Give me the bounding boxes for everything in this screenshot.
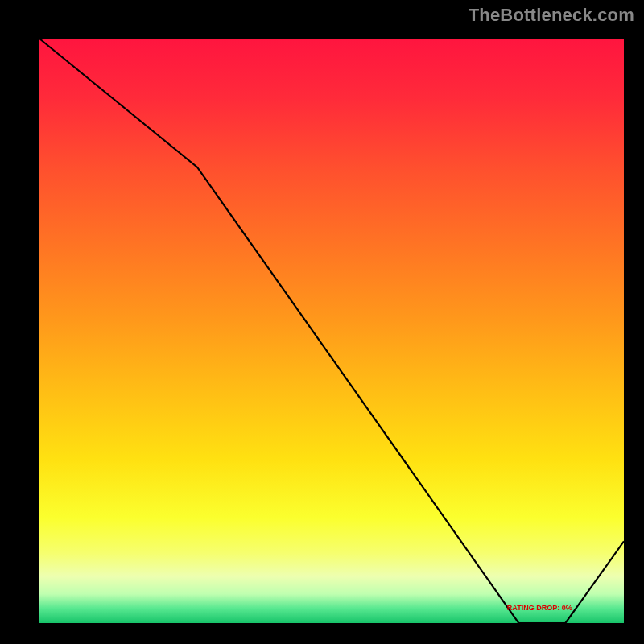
chart-frame: TheBottleneck.com RATING DROP: 0% [0,0,644,644]
legend-label: RATING DROP: 0% [507,604,572,612]
plot-gradient [0,0,644,644]
axis-border-bottom [28,623,635,634]
axis-border-right [624,27,635,634]
svg-rect-0 [39,39,624,623]
axis-border-left [28,27,39,634]
axis-border-top [28,27,635,39]
